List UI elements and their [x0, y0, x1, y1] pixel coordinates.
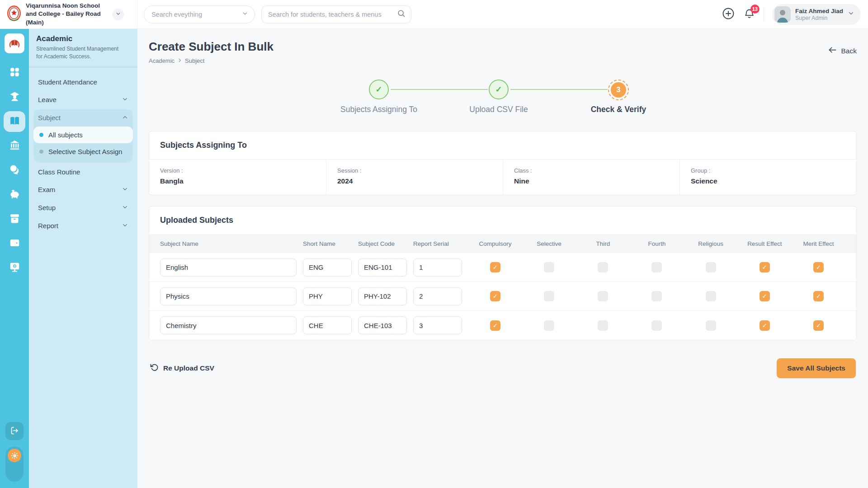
checkbox-third[interactable] — [598, 262, 608, 272]
menu-item-class-routine[interactable]: Class Routine — [33, 164, 133, 180]
checkbox-result-effect[interactable] — [760, 291, 770, 301]
save-all-subjects-button[interactable]: Save All Subjects — [777, 358, 856, 378]
chevron-down-icon — [122, 204, 128, 212]
back-button[interactable]: Back — [828, 45, 857, 56]
menu-item-student-attendance[interactable]: Student Attendance — [33, 74, 133, 90]
checkbox-compulsory[interactable] — [490, 320, 500, 331]
plus-circle-icon — [722, 7, 735, 22]
arrow-left-icon — [828, 45, 837, 56]
back-label: Back — [841, 47, 857, 55]
sun-icon — [8, 449, 21, 462]
checkbox-result-effect[interactable] — [760, 320, 770, 331]
col-religious: Religious — [684, 240, 738, 247]
logout-icon — [9, 426, 19, 437]
col-short-name: Short Name — [303, 240, 358, 247]
subject-code-input[interactable] — [358, 316, 407, 334]
menu-group-subject: Subject All subjects Selective Subject A… — [33, 109, 133, 163]
rail-item-accounts[interactable] — [4, 184, 25, 205]
checkbox-religious[interactable] — [706, 262, 716, 272]
menu-item-exam[interactable]: Exam — [33, 181, 133, 198]
report-serial-input[interactable] — [413, 258, 462, 277]
col-subject-name: Subject Name — [160, 240, 303, 247]
rail-item-device[interactable] — [4, 258, 25, 278]
menu-item-subject[interactable]: Subject — [33, 109, 133, 127]
menu-item-setup[interactable]: Setup — [33, 199, 133, 216]
field-value: 2024 — [337, 177, 492, 185]
school-switcher-button[interactable] — [112, 9, 124, 20]
checkbox-third[interactable] — [598, 291, 608, 301]
piggy-bank-icon — [9, 188, 20, 201]
rail-item-payroll[interactable] — [4, 233, 25, 254]
menu-item-selective-subject-assign[interactable]: Selective Subject Assign — [33, 143, 133, 160]
reupload-csv-button[interactable]: Re Upload CSV — [150, 363, 214, 374]
checkbox-selective[interactable] — [544, 320, 554, 331]
subject-code-input[interactable] — [358, 258, 407, 277]
subject-name-input[interactable] — [160, 258, 297, 277]
checkbox-merit-effect[interactable] — [813, 291, 824, 301]
global-search-input[interactable] — [268, 11, 397, 18]
rail-item-institution[interactable] — [4, 136, 25, 156]
page-title: Create Subject In Bulk — [149, 40, 274, 54]
table-row — [149, 253, 856, 282]
short-name-input[interactable] — [303, 316, 352, 334]
menu-item-leave[interactable]: Leave — [33, 91, 133, 108]
logout-button[interactable] — [5, 422, 24, 440]
app-window: Viqarunnisa Noon School and College - Ba… — [0, 0, 868, 488]
menu-item-all-subjects[interactable]: All subjects — [33, 127, 133, 143]
short-name-input[interactable] — [303, 258, 352, 277]
rail-item-communication[interactable] — [4, 160, 25, 181]
col-merit-effect: Merit Effect — [792, 240, 845, 247]
checkbox-selective[interactable] — [544, 262, 554, 272]
chevron-down-icon — [848, 10, 854, 19]
school-name: Viqarunnisa Noon School and College - Ba… — [26, 2, 108, 27]
checkbox-religious[interactable] — [706, 320, 716, 331]
short-name-input[interactable] — [303, 287, 352, 305]
step-2-label: Upload CSV File — [469, 105, 528, 114]
checkbox-compulsory[interactable] — [490, 291, 500, 301]
checkbox-third[interactable] — [598, 320, 608, 331]
add-button[interactable] — [722, 7, 735, 22]
subject-name-input[interactable] — [160, 287, 297, 305]
breadcrumb-academic[interactable]: Academic — [149, 57, 175, 64]
chevron-down-icon — [122, 186, 128, 194]
app-logo[interactable] — [5, 33, 24, 53]
checkbox-merit-effect[interactable] — [813, 320, 824, 331]
col-compulsory: Compulsory — [468, 240, 522, 247]
menu-item-label: Subject — [38, 114, 61, 122]
sidebar-menu: Academic Streamlined Student Management … — [29, 29, 137, 488]
checkbox-fourth[interactable] — [651, 291, 662, 301]
subject-name-input[interactable] — [160, 316, 297, 334]
open-book-icon — [9, 115, 20, 128]
notifications-button[interactable]: 13 — [743, 8, 755, 21]
subjects-assigning-card: Subjects Assigning To Version : Bangla S… — [149, 131, 857, 195]
menu-item-report[interactable]: Report — [33, 217, 133, 235]
module-header: Academic Streamlined Student Management … — [29, 29, 137, 67]
report-serial-input[interactable] — [413, 287, 462, 305]
subject-code-input[interactable] — [358, 287, 407, 305]
user-name: Faiz Ahmed Jiad — [795, 7, 843, 15]
checkbox-result-effect[interactable] — [760, 262, 770, 272]
theme-toggle[interactable] — [5, 446, 24, 482]
rail-item-students[interactable] — [4, 87, 25, 108]
topbar-actions: 13 Faiz Ahmed Jiad Super Admin — [722, 4, 868, 25]
checkbox-compulsory[interactable] — [490, 262, 500, 272]
user-role: Super Admin — [795, 15, 843, 21]
rail-item-dashboard[interactable] — [4, 62, 25, 83]
search-icon — [397, 9, 406, 19]
step-3-circle: 3 — [608, 80, 629, 100]
checkbox-merit-effect[interactable] — [813, 262, 824, 272]
grid-icon — [9, 66, 20, 79]
checkbox-religious[interactable] — [706, 291, 716, 301]
checkbox-selective[interactable] — [544, 291, 554, 301]
checkbox-fourth[interactable] — [651, 262, 662, 272]
reupload-label: Re Upload CSV — [163, 364, 214, 372]
user-menu[interactable]: Faiz Ahmed Jiad Super Admin — [772, 4, 861, 25]
search-category-dropdown[interactable]: Search eveything — [144, 5, 255, 23]
report-serial-input[interactable] — [413, 316, 462, 334]
col-result-effect: Result Effect — [738, 240, 792, 247]
step-3-label: Check & Verify — [591, 105, 646, 114]
page-header: Create Subject In Bulk Academic Subject … — [149, 39, 857, 64]
rail-item-inventory[interactable] — [4, 209, 25, 230]
checkbox-fourth[interactable] — [651, 320, 662, 331]
rail-item-academic[interactable] — [4, 111, 25, 132]
